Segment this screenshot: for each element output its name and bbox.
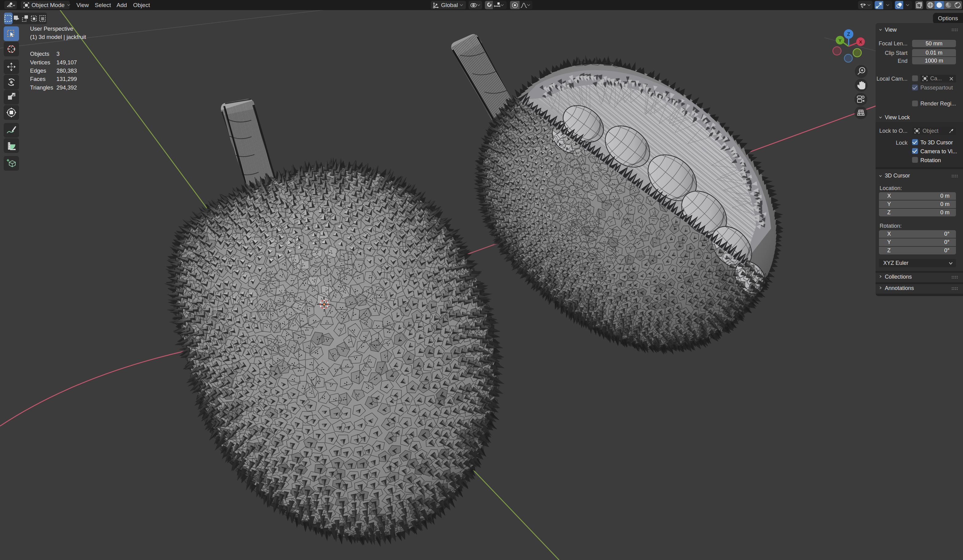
svg-text:X: X (859, 39, 862, 44)
svg-text:Z: Z (847, 31, 850, 37)
svg-text:Y: Y (838, 38, 841, 43)
